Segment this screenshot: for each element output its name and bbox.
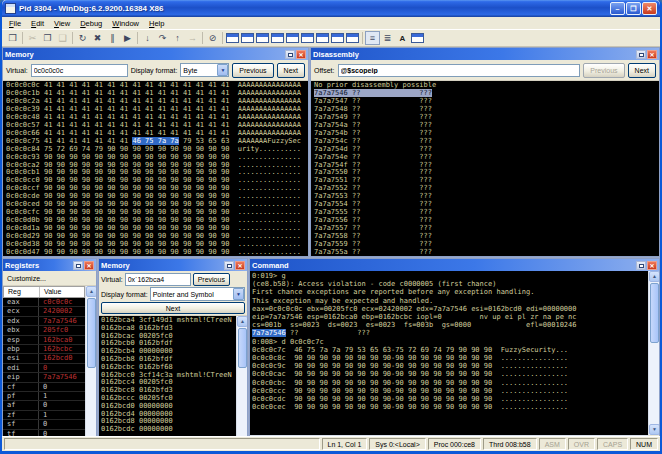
menu-file[interactable]: File (4, 19, 26, 28)
disassembly-close-button[interactable]: ✕ (647, 50, 657, 59)
registers-header: Reg Value (3, 286, 85, 298)
memory-window-icon[interactable] (285, 31, 300, 45)
stop-debugging-icon[interactable]: ✖ (90, 31, 105, 45)
registers-table[interactable]: eaxc0c0c0cecx2420002edx7a7a7546ebx205fc0… (3, 298, 85, 436)
menu-debug[interactable]: Debug (75, 19, 107, 28)
step-into-icon[interactable]: ↓ (140, 31, 155, 45)
minimize-button[interactable]: – (610, 2, 625, 15)
memory1-format-select[interactable]: Byte ▼ (180, 63, 229, 77)
memory1-float-button[interactable] (285, 50, 295, 59)
register-row[interactable]: cf0 (3, 383, 85, 392)
watch-window-icon[interactable] (240, 31, 255, 45)
menu-edit[interactable]: Edit (26, 19, 49, 28)
copy-icon[interactable]: ❐ (40, 31, 55, 45)
memory2-previous-button[interactable]: Previous (193, 273, 230, 286)
register-row[interactable]: pf1 (3, 392, 85, 401)
register-row[interactable]: zf1 (3, 411, 85, 420)
maximize-button[interactable]: ❐ (626, 2, 641, 15)
menu-view[interactable]: View (49, 19, 75, 28)
register-row[interactable]: edx7a7a7546 (3, 317, 85, 326)
run-to-cursor-icon[interactable]: → (185, 31, 200, 45)
break-icon[interactable]: ∥ (105, 31, 120, 45)
memory1-content[interactable]: 0c0c0c0c 41 41 41 41 41 41 41 41 41 41 4… (3, 81, 308, 256)
register-row[interactable]: sf0 (3, 420, 85, 429)
step-over-icon[interactable]: ↷ (155, 31, 170, 45)
restart-icon[interactable]: ↻ (75, 31, 90, 45)
command-float-button[interactable] (636, 261, 646, 270)
close-button[interactable]: ✕ (642, 2, 657, 15)
options-icon[interactable] (410, 31, 425, 45)
registers-window-icon[interactable] (270, 31, 285, 45)
locals-window-icon[interactable] (255, 31, 270, 45)
menu-help[interactable]: Help (144, 19, 169, 28)
register-row[interactable]: af0 (3, 401, 85, 410)
register-row[interactable]: esp162bca0 (3, 336, 85, 345)
processes-window-icon[interactable] (345, 31, 360, 45)
register-row[interactable]: ecx2420002 (3, 307, 85, 316)
disassembly-offset-input[interactable] (338, 64, 581, 77)
paste-icon[interactable]: ❑ (55, 31, 70, 45)
memory1-virtual-input[interactable] (31, 64, 128, 77)
registers-customize-button[interactable]: Customize... (3, 271, 96, 286)
memory2-vscroll-thumb[interactable] (238, 328, 247, 368)
command-line: (ce8.b58): Access violation - code c0000… (252, 280, 648, 288)
registers-close-button[interactable]: ✕ (84, 261, 94, 270)
source-mode-off-icon[interactable]: ≣ (380, 31, 395, 45)
memory-row[interactable]: 0162bcdc 00000000 (101, 426, 236, 434)
disassembly-row[interactable]: 7a7a755a ?? ??? (314, 249, 659, 256)
scroll-up-icon[interactable]: ▲ (649, 271, 659, 282)
bottom-dock-row: Registers ✕ Customize... Reg Value ▲ ▼ (2, 258, 660, 436)
memory2-content[interactable]: 0162bca4 3cf149d1 mshtml!CTreeN0162bca8 … (99, 316, 236, 436)
window-titlebar[interactable]: Pid 3304 - WinDbg:6.2.9200.16384 X86 – ❐… (2, 0, 660, 17)
disassembly-window-icon[interactable] (315, 31, 330, 45)
memory1-next-button[interactable]: Next (277, 63, 305, 78)
chevron-down-icon[interactable]: ▼ (217, 64, 228, 76)
register-row[interactable]: esi162bcd0 (3, 354, 85, 363)
memory2-virtual-input[interactable] (125, 273, 191, 286)
memory2-next-button[interactable]: Next (101, 302, 245, 314)
breakpoint-icon[interactable]: ⊘ (205, 31, 220, 45)
command-line: 0c0c0cac 90 90 90 90 90 90 90 90-90 90 9… (252, 370, 648, 378)
command-vscrollbar[interactable]: ▲ ▼ (648, 271, 659, 435)
command-output[interactable]: 0:019> g(ce8.b58): Access violation - co… (250, 271, 648, 435)
status-cell-num: NUM (630, 438, 658, 450)
font-icon[interactable]: A (395, 31, 410, 45)
step-out-icon[interactable]: ↑ (170, 31, 185, 45)
open-source-file-icon[interactable]: ❒ (5, 31, 20, 45)
register-row[interactable]: ebp162bcbc (3, 345, 85, 354)
memory1-previous-button[interactable]: Previous (232, 63, 273, 78)
memory2-format-select[interactable]: Pointer and Symbol ▼ (150, 287, 245, 301)
disassembly-float-button[interactable] (636, 50, 646, 59)
memory2-close-button[interactable]: ✕ (235, 261, 245, 270)
register-row[interactable]: eip7a7a7546 (3, 373, 85, 382)
command-hscrollbar[interactable]: ◄ ► (250, 435, 648, 437)
chevron-down-icon[interactable]: ▼ (233, 288, 244, 300)
command-vscroll-thumb[interactable] (650, 283, 659, 343)
scroll-down-icon[interactable]: ▼ (649, 424, 659, 435)
register-row[interactable]: edi0 (3, 364, 85, 373)
command-window-icon[interactable] (225, 31, 240, 45)
cut-icon[interactable]: ✂ (25, 31, 40, 45)
disassembly-previous-button[interactable]: Previous (583, 63, 624, 78)
registers-float-button[interactable] (73, 261, 83, 270)
command-close-button[interactable]: ✕ (647, 261, 657, 270)
scroll-up-icon[interactable]: ▲ (237, 316, 247, 327)
memory2-vscrollbar[interactable]: ▲ ▼ (236, 316, 247, 436)
memory2-float-button[interactable] (224, 261, 234, 270)
registers-vscroll-thumb[interactable] (87, 298, 96, 368)
memory1-close-button[interactable]: ✕ (296, 50, 306, 59)
registers-vscrollbar[interactable]: ▲ ▼ (85, 286, 96, 436)
memory1-format-label: Display format: (131, 67, 178, 74)
disassembly-content[interactable]: No prior disassembly possible7a7a7546 ??… (311, 81, 659, 256)
register-row[interactable]: ebx205fc0 (3, 326, 85, 335)
disassembly-next-button[interactable]: Next (628, 63, 656, 78)
scroll-up-icon[interactable]: ▲ (86, 286, 96, 297)
register-row[interactable]: eaxc0c0c0c (3, 298, 85, 307)
source-mode-on-icon[interactable]: ≡ (365, 31, 380, 45)
callstack-window-icon[interactable] (300, 31, 315, 45)
memory-row[interactable]: 0c0c0d47 90 90 90 90 90 90 90 90 90 90 9… (6, 249, 308, 256)
go-icon[interactable]: ▶ (120, 31, 135, 45)
menu-window[interactable]: Window (107, 19, 144, 28)
status-cell-ln-1-col-1: Ln 1, Col 1 (322, 438, 368, 450)
scratchpad-window-icon[interactable] (330, 31, 345, 45)
